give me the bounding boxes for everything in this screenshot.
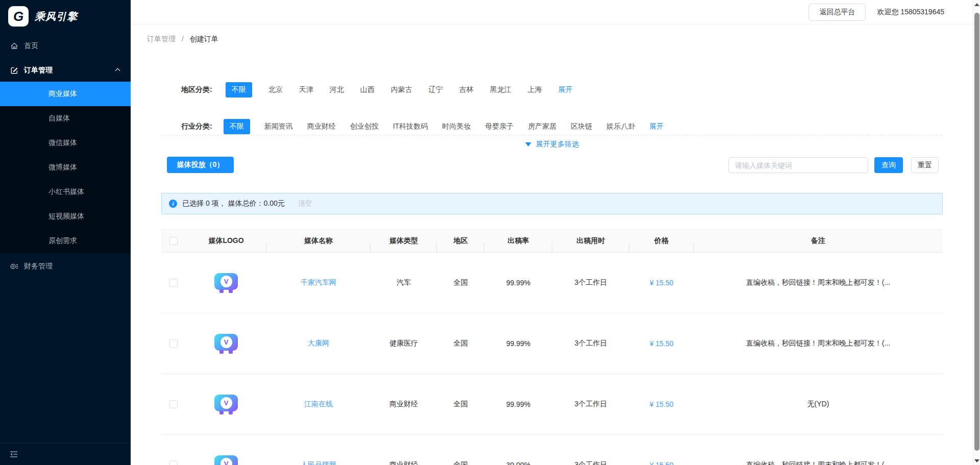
brand-glyph: G [13, 9, 23, 25]
filter-expand-region-link[interactable]: 展开 [558, 85, 573, 94]
filter-option-region[interactable]: 黑龙江 [490, 85, 511, 94]
media-type: 汽车 [371, 278, 437, 287]
screen: G 乘风引擎 首页 订单管理 商业媒体 自媒体 微信媒体 微博媒体 小红书媒体 … [0, 0, 980, 465]
media-logo: V [214, 272, 238, 293]
info-icon: i [169, 200, 177, 208]
filter-option-industry[interactable]: 娱乐八卦 [606, 122, 635, 131]
brand-mark-icon: G [8, 6, 29, 27]
filter-option-region[interactable]: 河北 [330, 85, 344, 94]
sidebar: G 乘风引擎 首页 订单管理 商业媒体 自媒体 微信媒体 微博媒体 小红书媒体 … [0, 0, 131, 465]
filter-option-industry[interactable]: 创业创投 [350, 122, 379, 131]
row-checkbox[interactable] [169, 461, 178, 465]
column-header-note: 备注 [694, 236, 943, 246]
publish-time: 3个工作日 [552, 460, 629, 465]
expand-more-filters-link[interactable]: 展开更多筛选 [161, 135, 943, 149]
column-header-rate: 出稿率 [484, 236, 552, 246]
media-region: 全国 [437, 278, 484, 287]
filter-option-industry[interactable]: IT科技数码 [393, 122, 428, 131]
row-checkbox[interactable] [169, 339, 178, 348]
table-row: V 人民品牌网 商业财经 全国 30.00% 3个工作日 ¥ 15.50 直编收… [161, 435, 943, 465]
media-logo: V [214, 454, 238, 465]
sidebar-footer [0, 443, 131, 465]
scroll-up-arrow-icon[interactable] [974, 3, 979, 6]
sidebar-item-home[interactable]: 首页 [0, 36, 131, 56]
media-price: ¥ 15.50 [629, 279, 694, 287]
filter-option-region[interactable]: 上海 [528, 85, 542, 94]
chevron-up-icon [115, 68, 120, 73]
filter-option-industry[interactable]: 商业财经 [307, 122, 336, 131]
home-icon [10, 42, 18, 50]
media-type: 健康医疗 [371, 339, 437, 348]
media-region: 全国 [437, 339, 484, 348]
row-checkbox[interactable] [169, 279, 178, 287]
media-keyword-input[interactable] [728, 157, 868, 173]
row-checkbox[interactable] [169, 400, 178, 408]
media-price: ¥ 15.50 [629, 400, 694, 408]
filter-label-industry: 行业分类: [181, 122, 212, 131]
media-note: 无(YD) [694, 400, 943, 409]
vertical-scrollbar [973, 0, 980, 465]
clear-selection-link[interactable]: 清空 [298, 199, 312, 208]
filter-option-region[interactable]: 辽宁 [429, 85, 443, 94]
filter-option-industry[interactable]: 区块链 [571, 122, 592, 131]
sidebar-item-short-video-media[interactable]: 短视频媒体 [0, 204, 131, 229]
filter-option-region[interactable]: 内蒙古 [391, 85, 412, 94]
column-header-logo: 媒体LOGO [186, 236, 266, 246]
sidebar-item-commercial-media[interactable]: 商业媒体 [0, 82, 131, 106]
app-logo: G 乘风引擎 [0, 0, 131, 33]
brand-name: 乘风引擎 [35, 10, 78, 23]
media-logo: V [214, 394, 238, 415]
select-all-checkbox[interactable] [169, 237, 178, 245]
sidebar-item-finance-management[interactable]: 财务管理 [0, 256, 131, 277]
submenu-label: 原创需求 [48, 236, 77, 246]
column-header-type: 媒体类型 [371, 236, 437, 246]
media-region: 全国 [437, 460, 484, 465]
reset-button[interactable]: 重置 [911, 157, 939, 173]
filter-option-region[interactable]: 吉林 [459, 85, 474, 94]
back-to-platform-button[interactable]: 返回总平台 [808, 4, 866, 21]
submenu-label: 商业媒体 [48, 89, 77, 99]
filter-option-region[interactable]: 山西 [360, 85, 375, 94]
breadcrumb-separator: / [182, 35, 184, 43]
media-price: ¥ 15.50 [629, 339, 694, 348]
finance-icon [10, 262, 18, 271]
filter-option-industry[interactable]: 母婴亲子 [485, 122, 513, 131]
topbar: 返回总平台 欢迎您 15805319645 [131, 0, 973, 25]
publish-rate: 99.99% [484, 400, 552, 408]
media-launch-button[interactable]: 媒体投放（0） [167, 157, 234, 173]
sidebar-item-order-management[interactable]: 订单管理 [0, 60, 131, 81]
scrollbar-thumb[interactable] [974, 13, 979, 451]
media-note: 直编收稿，秒回链接！周末和晚上都可发！(... [694, 278, 943, 287]
media-name-link[interactable]: 大康网 [308, 339, 329, 348]
scroll-down-arrow-icon[interactable] [974, 459, 979, 462]
filter-row-region: 地区分类: 不限 北京 天津 河北 山西 内蒙古 辽宁 吉林 黑龙江 上海 展开 [181, 82, 573, 98]
media-name-link[interactable]: 人民品牌网 [301, 460, 336, 465]
submenu-label: 微信媒体 [48, 138, 77, 148]
menu-fold-icon[interactable] [9, 450, 18, 459]
filter-option-region[interactable]: 天津 [299, 85, 313, 94]
filter-option-industry[interactable]: 新闻资讯 [264, 122, 293, 131]
query-button[interactable]: 查询 [874, 157, 903, 173]
publish-time: 3个工作日 [552, 339, 629, 348]
filter-option-industry[interactable]: 时尚美妆 [442, 122, 471, 131]
column-header-region: 地区 [437, 236, 484, 246]
filter-expand-industry-link[interactable]: 展开 [649, 122, 664, 131]
main-content: 返回总平台 欢迎您 15805319645 订单管理 / 创建订单 地区分类: … [131, 0, 973, 465]
filter-option-industry[interactable]: 房产家居 [528, 122, 556, 131]
column-header-time: 出稿用时 [552, 236, 629, 246]
publish-rate: 30.00% [484, 461, 552, 465]
sidebar-item-self-media[interactable]: 自媒体 [0, 106, 131, 131]
media-name-link[interactable]: 江南在线 [304, 400, 333, 409]
sidebar-item-original-demand[interactable]: 原创需求 [0, 229, 131, 253]
sidebar-item-weibo-media[interactable]: 微博媒体 [0, 155, 131, 180]
filter-option-region[interactable]: 北京 [268, 85, 283, 94]
sidebar-item-xiaohongshu-media[interactable]: 小红书媒体 [0, 180, 131, 204]
filter-option-region-unlimited[interactable]: 不限 [226, 82, 252, 97]
publish-time: 3个工作日 [552, 400, 629, 409]
welcome-text: 欢迎您 15805319645 [877, 8, 944, 17]
media-name-link[interactable]: 千家汽车网 [301, 278, 336, 287]
filter-option-industry-unlimited[interactable]: 不限 [224, 119, 250, 134]
sidebar-item-wechat-media[interactable]: 微信媒体 [0, 131, 131, 155]
breadcrumb-parent[interactable]: 订单管理 [147, 35, 176, 43]
publish-time: 3个工作日 [552, 278, 629, 287]
